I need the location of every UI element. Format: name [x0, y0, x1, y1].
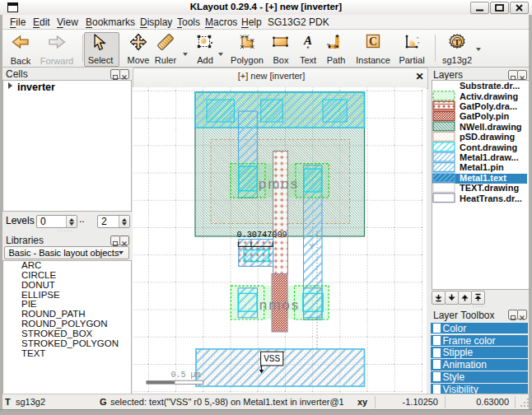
svg-text:pmos: pmos — [259, 176, 300, 192]
svg-text:nmos: nmos — [259, 297, 301, 313]
svg-text:0.5 µm: 0.5 µm — [171, 371, 201, 380]
svg-text:C: C — [369, 35, 377, 48]
svg-text:T: T — [454, 37, 460, 47]
svg-text:VSS: VSS — [264, 354, 280, 363]
svg-text:0.30747009: 0.30747009 — [237, 231, 287, 240]
svg-text:Y: Y — [310, 242, 315, 250]
svg-text:A: A — [303, 34, 312, 47]
